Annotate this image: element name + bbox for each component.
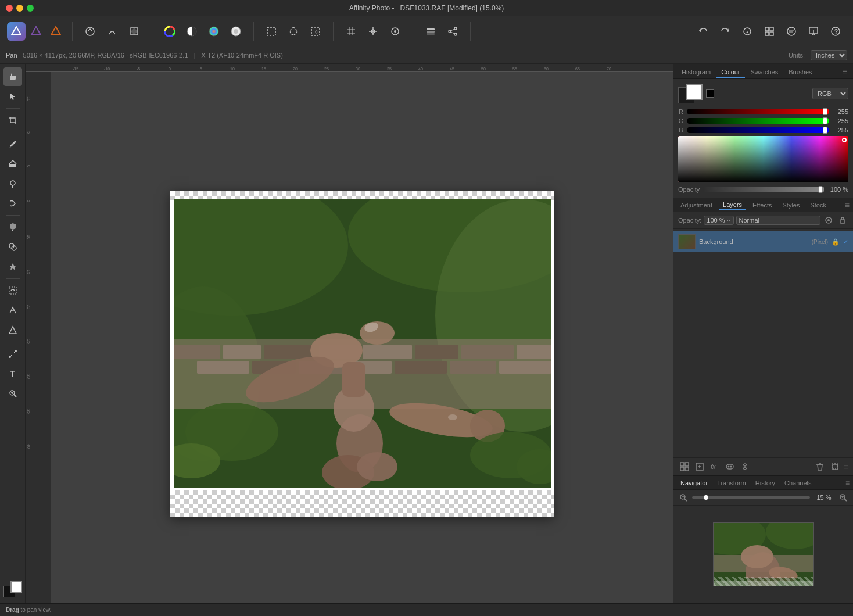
r-slider[interactable] — [687, 109, 829, 114]
panel-tab-more[interactable]: ≡ — [840, 67, 850, 76]
nav-more-btn[interactable]: ≡ — [845, 479, 850, 487]
tool-mode-label: Pan — [6, 52, 17, 59]
navigator-tab[interactable]: Navigator — [677, 478, 711, 488]
clone-tool[interactable] — [3, 238, 22, 256]
export-btn[interactable] — [803, 21, 824, 42]
redo-btn[interactable] — [715, 21, 736, 42]
layers-tab[interactable]: Layers — [719, 200, 746, 210]
opacity-slider[interactable] — [703, 187, 824, 192]
brushes-tab[interactable]: Brushes — [784, 67, 816, 78]
dodge-burn-tool[interactable] — [3, 174, 22, 193]
paint-brush-tool[interactable] — [3, 135, 22, 153]
selection-brush-tool[interactable] — [3, 281, 22, 300]
snap-tools — [338, 21, 408, 42]
layer-settings-btn[interactable] — [823, 214, 834, 226]
layer-group-btn[interactable] — [678, 460, 691, 473]
layers-more-btn[interactable]: ≡ — [844, 462, 848, 471]
layer-check-icon: ✓ — [843, 238, 848, 246]
develop-persona-btn[interactable] — [80, 21, 101, 42]
svg-text:◇: ◇ — [315, 29, 319, 34]
delete-layer-btn[interactable] — [813, 460, 826, 473]
zoom-tool[interactable] — [3, 384, 22, 403]
add-layer-btn[interactable] — [693, 460, 706, 473]
chat-btn[interactable] — [781, 21, 802, 42]
swatches-tab[interactable]: Swatches — [746, 67, 783, 78]
flood-fill-tool[interactable] — [3, 218, 22, 237]
blend-mode-wrapper[interactable]: Normal — [736, 216, 820, 225]
marquee-ellipse-btn[interactable] — [283, 21, 304, 42]
pen-tool[interactable] — [3, 301, 22, 320]
text-tool[interactable]: T — [3, 364, 22, 383]
effects-tab[interactable]: Effects — [749, 200, 775, 210]
units-select[interactable]: Inches Pixels cm mm — [811, 50, 847, 60]
adjustment-layer-btn[interactable] — [739, 460, 751, 473]
view-mode-btn[interactable] — [759, 21, 780, 42]
smudge-tool[interactable] — [3, 194, 22, 213]
pointer-tool[interactable] — [3, 87, 22, 106]
horizontal-ruler: -15 -10 -5 0 5 10 15 20 25 30 35 40 45 5… — [51, 64, 673, 72]
zoom-in-btn[interactable] — [838, 492, 848, 503]
adj-more-btn[interactable]: ≡ — [845, 200, 850, 210]
layer-lock-btn[interactable] — [837, 214, 848, 226]
adjustment-tab[interactable]: Adjustment — [677, 200, 716, 210]
canvas-viewport[interactable] — [51, 72, 673, 603]
fg-bg-colour-pair[interactable] — [678, 84, 703, 103]
crop-tool[interactable] — [3, 111, 22, 130]
tone-map-btn[interactable] — [124, 21, 145, 42]
macro-btn[interactable] — [385, 21, 406, 42]
affinity-designer-btn[interactable] — [27, 22, 45, 41]
styles-tab[interactable]: Styles — [779, 200, 804, 210]
grid-btn[interactable] — [341, 21, 361, 42]
opacity-slider-thumb — [818, 186, 823, 193]
affinity-publisher-btn[interactable] — [46, 22, 65, 41]
layer-background-thumb — [678, 234, 696, 249]
foreground-swatch[interactable] — [10, 581, 22, 593]
history-tab[interactable]: History — [752, 478, 779, 488]
healing-tool[interactable] — [3, 257, 22, 276]
colour-btn[interactable] — [203, 21, 224, 42]
shape-tool[interactable] — [3, 321, 22, 339]
layer-background[interactable]: Background (Pixel) 🔒 ✓ — [673, 231, 853, 252]
contrast-btn[interactable] — [181, 21, 202, 42]
hand-tool[interactable] — [3, 67, 22, 86]
help-btn[interactable]: ? — [825, 21, 846, 42]
duplicate-layer-btn[interactable] — [829, 460, 841, 473]
channels-tab[interactable]: Channels — [781, 478, 815, 488]
brush-tool-right[interactable] — [737, 21, 758, 42]
colour-gradient-picker[interactable] — [678, 136, 848, 182]
affinity-photo-btn[interactable] — [7, 22, 26, 41]
colour-tab[interactable]: Colour — [716, 67, 744, 78]
canvas-area[interactable]: -15 -10 -5 0 5 10 15 20 25 30 35 40 45 5… — [26, 64, 673, 603]
b-slider[interactable] — [687, 127, 829, 133]
stock-tab[interactable]: Stock — [807, 200, 830, 210]
minimize-button[interactable] — [16, 5, 23, 12]
maximize-button[interactable] — [27, 5, 34, 12]
fx-btn[interactable]: fx — [708, 460, 721, 473]
swatches-row: RGB CMYK HSL LAB — [678, 84, 848, 103]
g-slider[interactable] — [687, 118, 829, 124]
marquee-rect-btn[interactable] — [261, 21, 282, 42]
zoom-slider[interactable] — [692, 496, 810, 499]
node-tool[interactable] — [3, 345, 22, 363]
whitebalance-btn[interactable] — [225, 21, 246, 42]
freehand-select-btn[interactable]: ◇ — [305, 21, 326, 42]
mask-btn[interactable] — [723, 460, 736, 473]
undo-btn[interactable] — [693, 21, 714, 42]
erase-tool[interactable] — [3, 155, 22, 173]
snapping-btn[interactable] — [363, 21, 384, 42]
svg-point-35 — [787, 27, 795, 35]
liquify-persona-btn[interactable] — [102, 21, 123, 42]
color-wheel-btn[interactable] — [159, 21, 180, 42]
transform-tab[interactable]: Transform — [714, 478, 750, 488]
nav-preview-image[interactable] — [713, 522, 814, 586]
histogram-tab[interactable]: Histogram — [677, 67, 715, 78]
fg-bg-swatches[interactable] — [3, 581, 22, 597]
colour-mode-select[interactable]: RGB CMYK HSL LAB — [812, 88, 848, 99]
foreground-colour[interactable] — [686, 84, 703, 100]
close-button[interactable] — [6, 5, 13, 12]
zoom-out-btn[interactable] — [678, 492, 689, 503]
opacity-input-wrapper[interactable]: 100 % — [704, 216, 733, 225]
layers-panel-btn[interactable] — [420, 21, 441, 42]
share-btn[interactable] — [442, 21, 463, 42]
traffic-lights — [6, 5, 34, 12]
